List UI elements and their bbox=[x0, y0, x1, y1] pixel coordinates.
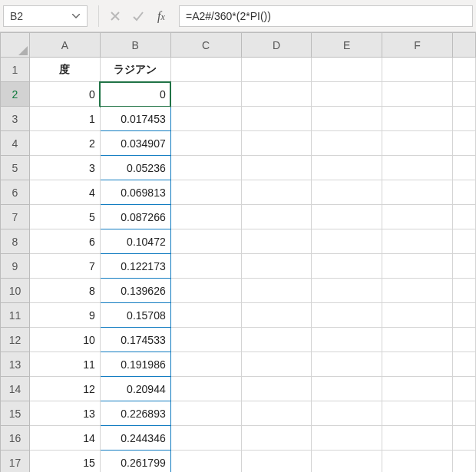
cell-F7[interactable] bbox=[382, 205, 453, 229]
cell-D12[interactable] bbox=[241, 328, 312, 352]
cell-E6[interactable] bbox=[312, 180, 382, 205]
cell-C9[interactable] bbox=[170, 254, 241, 279]
cell-E2[interactable] bbox=[312, 82, 382, 107]
cell-C15[interactable] bbox=[170, 401, 241, 426]
col-header-extra[interactable] bbox=[452, 33, 475, 58]
cell-F1[interactable] bbox=[382, 58, 453, 82]
cell-D7[interactable] bbox=[241, 205, 312, 229]
cell-E9[interactable] bbox=[312, 254, 382, 279]
cell-F5[interactable] bbox=[382, 156, 453, 180]
cell-C13[interactable] bbox=[170, 352, 241, 377]
cell-extra-17[interactable] bbox=[452, 451, 475, 473]
cell-extra-8[interactable] bbox=[452, 229, 475, 254]
cell-D16[interactable] bbox=[241, 426, 312, 451]
cell-B1[interactable]: ラジアン bbox=[100, 58, 170, 82]
cell-F9[interactable] bbox=[382, 254, 453, 279]
cell-extra-12[interactable] bbox=[452, 328, 475, 352]
cell-C5[interactable] bbox=[170, 156, 241, 180]
cell-E16[interactable] bbox=[312, 426, 382, 451]
cell-F16[interactable] bbox=[382, 426, 453, 451]
cell-extra-9[interactable] bbox=[452, 254, 475, 279]
cell-D10[interactable] bbox=[241, 279, 312, 303]
row-header-17[interactable]: 17 bbox=[1, 451, 30, 473]
enter-formula-button[interactable] bbox=[127, 5, 150, 27]
cell-C1[interactable] bbox=[170, 58, 241, 82]
row-header-13[interactable]: 13 bbox=[1, 352, 30, 377]
cell-A1[interactable]: 度 bbox=[29, 58, 100, 82]
insert-function-button[interactable]: fx bbox=[150, 5, 173, 27]
cell-C3[interactable] bbox=[170, 107, 241, 131]
cell-B10[interactable]: 0.139626 bbox=[100, 279, 170, 303]
cell-extra-16[interactable] bbox=[452, 426, 475, 451]
cell-A15[interactable]: 13 bbox=[29, 401, 100, 426]
col-header-C[interactable]: C bbox=[170, 33, 241, 58]
cell-B14[interactable]: 0.20944 bbox=[100, 377, 170, 401]
cell-C2[interactable] bbox=[170, 82, 241, 107]
cell-extra-6[interactable] bbox=[452, 180, 475, 205]
cell-B3[interactable]: 0.017453 bbox=[100, 107, 170, 131]
cell-B5[interactable]: 0.05236 bbox=[100, 156, 170, 180]
row-header-12[interactable]: 12 bbox=[1, 328, 30, 352]
row-header-1[interactable]: 1 bbox=[1, 58, 30, 82]
cell-extra-14[interactable] bbox=[452, 377, 475, 401]
cell-C16[interactable] bbox=[170, 426, 241, 451]
cell-B16[interactable]: 0.244346 bbox=[100, 426, 170, 451]
cell-B13[interactable]: 0.191986 bbox=[100, 352, 170, 377]
cell-F4[interactable] bbox=[382, 131, 453, 156]
cell-D2[interactable] bbox=[241, 82, 312, 107]
row-header-9[interactable]: 9 bbox=[1, 254, 30, 279]
cell-C14[interactable] bbox=[170, 377, 241, 401]
cell-A13[interactable]: 11 bbox=[29, 352, 100, 377]
row-header-5[interactable]: 5 bbox=[1, 156, 30, 180]
cell-B15[interactable]: 0.226893 bbox=[100, 401, 170, 426]
cell-A3[interactable]: 1 bbox=[29, 107, 100, 131]
cell-C4[interactable] bbox=[170, 131, 241, 156]
cell-D9[interactable] bbox=[241, 254, 312, 279]
row-header-10[interactable]: 10 bbox=[1, 279, 30, 303]
cell-D13[interactable] bbox=[241, 352, 312, 377]
cell-F14[interactable] bbox=[382, 377, 453, 401]
cell-C17[interactable] bbox=[170, 451, 241, 473]
row-header-11[interactable]: 11 bbox=[1, 303, 30, 328]
cell-A8[interactable]: 6 bbox=[29, 229, 100, 254]
cell-E11[interactable] bbox=[312, 303, 382, 328]
col-header-F[interactable]: F bbox=[382, 33, 453, 58]
cell-D15[interactable] bbox=[241, 401, 312, 426]
cell-E12[interactable] bbox=[312, 328, 382, 352]
row-header-4[interactable]: 4 bbox=[1, 131, 30, 156]
cell-B4[interactable]: 0.034907 bbox=[100, 131, 170, 156]
col-header-E[interactable]: E bbox=[312, 33, 382, 58]
row-header-6[interactable]: 6 bbox=[1, 180, 30, 205]
cell-E8[interactable] bbox=[312, 229, 382, 254]
cell-D14[interactable] bbox=[241, 377, 312, 401]
cell-extra-1[interactable] bbox=[452, 58, 475, 82]
row-header-2[interactable]: 2 bbox=[1, 82, 30, 107]
cell-F15[interactable] bbox=[382, 401, 453, 426]
cell-F6[interactable] bbox=[382, 180, 453, 205]
formula-input[interactable]: =A2#/360*(2*PI()) bbox=[179, 5, 473, 27]
cell-E13[interactable] bbox=[312, 352, 382, 377]
cell-D3[interactable] bbox=[241, 107, 312, 131]
cell-C10[interactable] bbox=[170, 279, 241, 303]
cell-B8[interactable]: 0.10472 bbox=[100, 229, 170, 254]
cell-C7[interactable] bbox=[170, 205, 241, 229]
cell-E5[interactable] bbox=[312, 156, 382, 180]
cell-F3[interactable] bbox=[382, 107, 453, 131]
cell-B2[interactable]: 0 bbox=[100, 82, 170, 107]
row-header-7[interactable]: 7 bbox=[1, 205, 30, 229]
spreadsheet-grid[interactable]: ABCDEF1度ラジアン200310.017453420.034907530.0… bbox=[0, 32, 476, 472]
cell-extra-7[interactable] bbox=[452, 205, 475, 229]
cell-E15[interactable] bbox=[312, 401, 382, 426]
cell-F12[interactable] bbox=[382, 328, 453, 352]
cell-extra-10[interactable] bbox=[452, 279, 475, 303]
cell-F11[interactable] bbox=[382, 303, 453, 328]
cell-D8[interactable] bbox=[241, 229, 312, 254]
cell-A6[interactable]: 4 bbox=[29, 180, 100, 205]
cell-A11[interactable]: 9 bbox=[29, 303, 100, 328]
cell-F13[interactable] bbox=[382, 352, 453, 377]
cell-A16[interactable]: 14 bbox=[29, 426, 100, 451]
cell-E10[interactable] bbox=[312, 279, 382, 303]
cell-B17[interactable]: 0.261799 bbox=[100, 451, 170, 473]
cell-extra-13[interactable] bbox=[452, 352, 475, 377]
cell-B9[interactable]: 0.122173 bbox=[100, 254, 170, 279]
